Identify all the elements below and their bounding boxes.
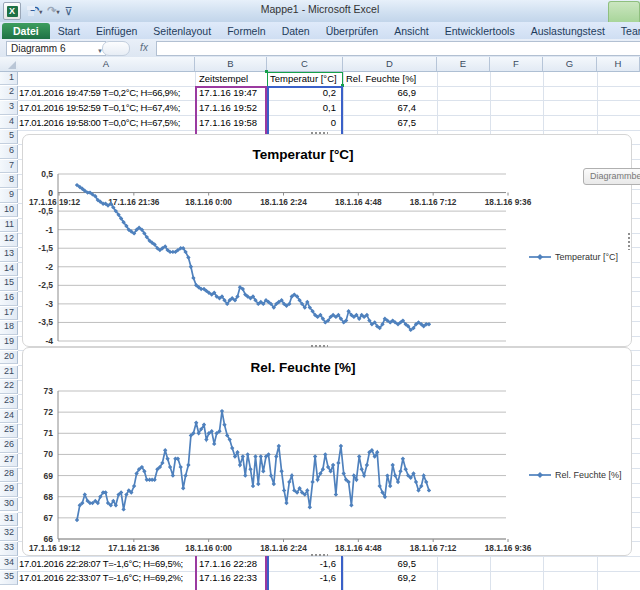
row-header-31[interactable]: 31	[0, 513, 18, 527]
column-header-D[interactable]: D	[343, 57, 437, 72]
cell-A34[interactable]: 17.01.2016 22:28:07 T=-1,6°C; H=69,5%;	[19, 557, 195, 571]
row-header-34[interactable]: 34	[0, 557, 18, 571]
row-header-4[interactable]: 4	[0, 116, 18, 130]
row-header-16[interactable]: 16	[0, 292, 18, 306]
row-header-23[interactable]: 23	[0, 395, 18, 409]
chart-title[interactable]: Rel. Feuchte [%]	[250, 360, 355, 375]
cell-A2[interactable]: 17.01.2016 19:47:59 T=0,2°C; H=66,9%;	[19, 86, 195, 100]
column-header-E[interactable]: E	[437, 57, 490, 72]
tab-einfuegen[interactable]: Einfügen	[88, 23, 145, 39]
y-axis-label: 69	[44, 471, 54, 481]
column-header-A[interactable]: A	[18, 57, 195, 72]
tab-datei[interactable]: Datei	[2, 23, 50, 39]
row-header-7[interactable]: 7	[0, 160, 18, 174]
row-header-35[interactable]: 35	[0, 571, 18, 585]
cell-D35[interactable]: 69,2	[344, 571, 436, 585]
y-axis-label: -2,5	[38, 280, 53, 290]
tab-formeln[interactable]: Formeln	[219, 23, 274, 39]
column-header-C[interactable]: C	[267, 57, 343, 72]
tab-auslastungstest[interactable]: Auslastungstest	[523, 23, 613, 39]
cell-C3[interactable]: 0,1	[268, 101, 342, 115]
row-header-10[interactable]: 10	[0, 204, 18, 218]
formula-bar: Diagramm 6▼ fx	[0, 39, 640, 58]
chart-title[interactable]: Temperatur [°C]	[252, 147, 353, 162]
row-header-26[interactable]: 26	[0, 439, 18, 453]
row-header-8[interactable]: 8	[0, 174, 18, 188]
row-header-17[interactable]: 17	[0, 307, 18, 321]
legend-label[interactable]: Rel. Feuchte [%]	[555, 470, 622, 480]
cell-D3[interactable]: 67,4	[344, 101, 436, 115]
insert-function-icon[interactable]: fx	[136, 41, 152, 54]
row-header-25[interactable]: 25	[0, 424, 18, 438]
cell-D1[interactable]: Rel. Feuchte [%]	[344, 72, 436, 86]
row-header-2[interactable]: 2	[0, 86, 18, 100]
tab-ansicht[interactable]: Ansicht	[386, 23, 436, 39]
row-header-5[interactable]: 5	[0, 130, 18, 144]
cell-B3[interactable]: 17.1.16 19:52	[196, 101, 266, 115]
column-header-G[interactable]: G	[543, 57, 597, 72]
column-header-H[interactable]: H	[597, 57, 640, 72]
cell-A3[interactable]: 17.01.2016 19:52:59 T=0,1°C; H=67,4%;	[19, 101, 195, 115]
tab-daten[interactable]: Daten	[274, 23, 318, 39]
cell-C2[interactable]: 0,2	[268, 86, 342, 100]
chart-selection-handle-top[interactable]	[310, 131, 328, 136]
cell-B4[interactable]: 17.1.16 19:58	[196, 116, 266, 130]
row-header-11[interactable]: 11	[0, 219, 18, 233]
cell-A4[interactable]: 17.01.2016 19:58:00 T=0,0°C; H=67,5%;	[19, 116, 195, 130]
chart-selection-handle-bottom[interactable]	[310, 553, 328, 558]
row-header-32[interactable]: 32	[0, 527, 18, 541]
row-header-1[interactable]: 1	[0, 72, 18, 86]
tab-ueberpruefen[interactable]: Überprüfen	[318, 23, 387, 39]
row-header-28[interactable]: 28	[0, 468, 18, 482]
row-header-22[interactable]: 22	[0, 380, 18, 394]
x-axis-label: 18.1.16 9:36	[485, 543, 532, 553]
cell-B34[interactable]: 17.1.16 22:28	[196, 557, 266, 571]
cell-B35[interactable]: 17.1.16 22:33	[196, 571, 266, 585]
row-header-9[interactable]: 9	[0, 189, 18, 203]
cell-D2[interactable]: 66,9	[344, 86, 436, 100]
column-header-F[interactable]: F	[490, 57, 543, 72]
cell-A35[interactable]: 17.01.2016 22:33:07 T=-1,6°C; H=69,2%;	[19, 571, 195, 585]
cell-C34[interactable]: -1,6	[268, 557, 342, 571]
rel-feuchte-chart-canvas[interactable]: 737271706968676617.1.16 19:1217.1.16 21:…	[23, 348, 631, 555]
tab-seitenlayout[interactable]: Seitenlayout	[145, 23, 219, 39]
cell-C1[interactable]: Temperatur [°C]	[268, 72, 342, 86]
legend-label[interactable]: Temperatur [°C]	[555, 252, 618, 262]
row-header-20[interactable]: 20	[0, 351, 18, 365]
row-header-14[interactable]: 14	[0, 263, 18, 277]
column-header-B[interactable]: B	[195, 57, 267, 72]
y-axis-label: 73	[44, 386, 54, 396]
tab-start[interactable]: Start	[50, 23, 88, 39]
cell-C4[interactable]: 0	[268, 116, 342, 130]
cell-D4[interactable]: 67,5	[344, 116, 436, 130]
cell-D34[interactable]: 69,5	[344, 557, 436, 571]
tab-team[interactable]: Team	[613, 23, 640, 39]
row-header-6[interactable]: 6	[0, 145, 18, 159]
chart-selection-handle-right[interactable]	[627, 232, 632, 250]
temperatur-chart-canvas[interactable]: 0,50-0,5-1-1,5-2-2,5-3-3,5-417.1.16 19:1…	[23, 135, 631, 346]
tab-entwicklertools[interactable]: Entwicklertools	[437, 23, 523, 39]
y-axis-label: 72	[44, 407, 54, 417]
chart-temperatur[interactable]: 0,50-0,5-1-1,5-2-2,5-3-3,5-417.1.16 19:1…	[22, 134, 632, 347]
row-header-15[interactable]: 15	[0, 277, 18, 291]
cell-B1[interactable]: Zeitstempel	[196, 72, 266, 86]
formula-input[interactable]	[156, 41, 640, 56]
chart-rel-feuchte[interactable]: 737271706968676617.1.16 19:1217.1.16 21:…	[22, 347, 632, 556]
chart-selection-handle-middle[interactable]	[310, 344, 328, 349]
row-header-19[interactable]: 19	[0, 336, 18, 350]
row-header-21[interactable]: 21	[0, 366, 18, 380]
row-header-24[interactable]: 24	[0, 410, 18, 424]
row-header-27[interactable]: 27	[0, 454, 18, 468]
x-axis-label: 17.1.16 19:12	[29, 543, 81, 553]
row-header-29[interactable]: 29	[0, 483, 18, 497]
select-all-corner[interactable]	[0, 57, 19, 72]
row-header-12[interactable]: 12	[0, 233, 18, 247]
cell-C35[interactable]: -1,6	[268, 571, 342, 585]
row-header-13[interactable]: 13	[0, 248, 18, 262]
row-header-33[interactable]: 33	[0, 542, 18, 556]
row-header-18[interactable]: 18	[0, 321, 18, 335]
name-box[interactable]: Diagramm 6▼	[6, 41, 106, 56]
row-header-3[interactable]: 3	[0, 101, 18, 115]
row-header-30[interactable]: 30	[0, 498, 18, 512]
cell-B2[interactable]: 17.1.16 19:47	[196, 86, 266, 100]
